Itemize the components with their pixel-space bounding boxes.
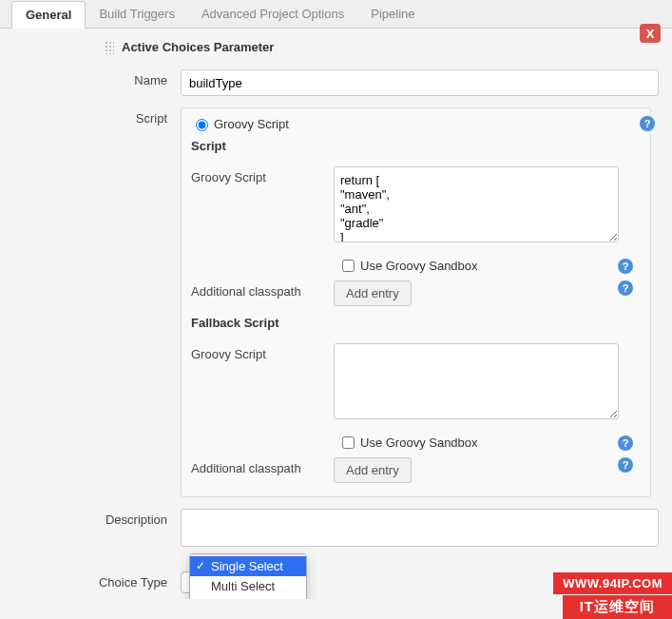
tab-pipeline[interactable]: Pipeline xyxy=(357,1,428,27)
choice-type-dropdown: Single Select Multi Select Radio Buttons… xyxy=(189,553,307,599)
fallback-groovy-textarea[interactable] xyxy=(334,343,619,419)
choice-type-label: Choice Type xyxy=(0,571,181,593)
tab-build-triggers[interactable]: Build Triggers xyxy=(86,1,187,27)
groovy-script-sublabel: Groovy Script xyxy=(191,166,334,184)
sandbox-checkbox[interactable] xyxy=(342,260,355,272)
watermark-url: WWW.94IP.COM xyxy=(553,572,672,594)
fallback-subheading: Fallback Script xyxy=(182,312,650,338)
drag-handle-icon[interactable] xyxy=(105,41,114,54)
section-header: Active Choices Parameter xyxy=(0,29,672,64)
script-subheading: Script xyxy=(182,135,650,161)
help-icon[interactable]: ? xyxy=(618,457,633,473)
choice-option-multi-select[interactable]: Multi Select xyxy=(190,576,306,596)
sandbox-label: Use Groovy Sandbox xyxy=(360,259,478,273)
groovy-script-radio[interactable] xyxy=(196,119,208,131)
fallback-add-entry-button[interactable]: Add entry xyxy=(334,457,412,483)
add-entry-button[interactable]: Add entry xyxy=(334,280,412,306)
tab-general[interactable]: General xyxy=(11,1,86,29)
fallback-additional-classpath-label: Additional classpath xyxy=(191,457,334,475)
help-icon[interactable]: ? xyxy=(618,280,633,296)
script-label: Script xyxy=(0,107,181,497)
groovy-script-textarea[interactable] xyxy=(334,166,619,242)
fallback-sandbox-label: Use Groovy Sandbox xyxy=(360,435,478,450)
name-label: Name xyxy=(0,69,181,96)
tabs-bar: General Build Triggers Advanced Project … xyxy=(0,0,672,29)
help-icon[interactable]: ? xyxy=(618,259,633,274)
name-input[interactable] xyxy=(181,69,659,96)
section-title: Active Choices Parameter xyxy=(122,40,274,54)
help-icon[interactable]: ? xyxy=(640,116,655,131)
description-label: Description xyxy=(0,509,181,547)
groovy-script-radio-label: Groovy Script xyxy=(214,117,289,131)
fallback-sandbox-checkbox[interactable] xyxy=(342,436,355,449)
choice-option-single-select[interactable]: Single Select xyxy=(190,556,306,576)
help-icon[interactable]: ? xyxy=(618,435,633,451)
additional-classpath-label: Additional classpath xyxy=(191,280,334,299)
choice-option-radio-buttons[interactable]: Radio Buttons xyxy=(190,596,306,599)
watermark-brand: IT运维空间 xyxy=(563,595,672,599)
tab-advanced-project-options[interactable]: Advanced Project Options xyxy=(188,1,357,27)
fallback-groovy-label: Groovy Script xyxy=(191,343,334,361)
description-input[interactable] xyxy=(181,509,659,547)
script-panel: Groovy Script ? Script Groovy Script Use… xyxy=(181,107,651,497)
